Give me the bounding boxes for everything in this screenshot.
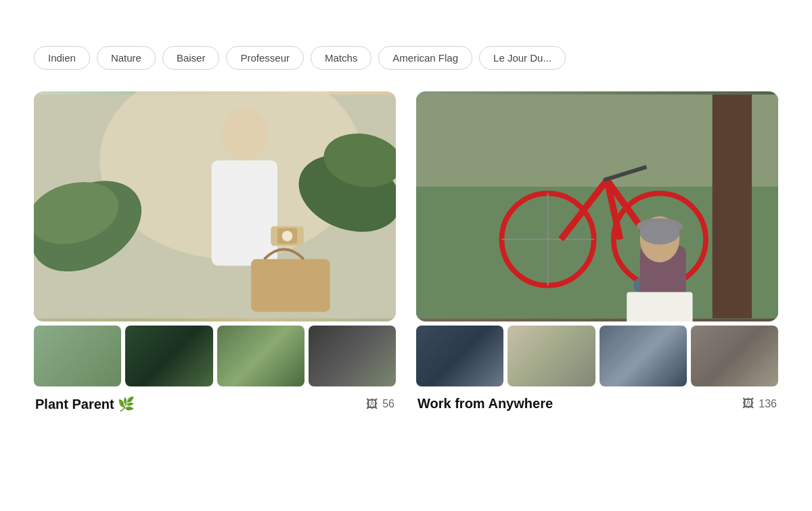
collection-name-plant-parent: Plant Parent 🌿 xyxy=(35,396,135,412)
tag-american-flag[interactable]: American Flag xyxy=(378,46,472,70)
thumbnail-plant-parent-2 xyxy=(125,326,212,386)
tag-nature[interactable]: Nature xyxy=(97,46,156,70)
svg-rect-14 xyxy=(713,95,752,319)
svg-rect-11 xyxy=(251,259,330,312)
tag-indien[interactable]: Indien xyxy=(34,46,90,70)
thumbnail-work-from-anywhere-3 xyxy=(600,326,687,386)
thumbnails-row-plant-parent xyxy=(34,326,396,386)
tag-professeur[interactable]: Professeur xyxy=(226,46,304,70)
thumbnail-plant-parent-1 xyxy=(34,326,121,386)
svg-point-6 xyxy=(221,108,267,160)
collection-main-image-plant-parent xyxy=(34,91,396,321)
thumbnails-row-work-from-anywhere xyxy=(416,326,778,386)
svg-rect-7 xyxy=(212,160,277,266)
thumbnail-plant-parent-4 xyxy=(309,326,396,386)
tag-matchs[interactable]: Matchs xyxy=(311,46,371,70)
collection-name-work-from-anywhere: Work from Anywhere xyxy=(418,396,553,412)
collections-grid: Plant Parent 🌿🖼 56 xyxy=(34,91,778,412)
svg-rect-28 xyxy=(627,292,692,321)
thumbnail-work-from-anywhere-1 xyxy=(416,326,503,386)
thumbnail-work-from-anywhere-2 xyxy=(508,326,595,386)
thumbnail-plant-parent-3 xyxy=(217,326,304,386)
collection-card-work-from-anywhere[interactable]: Work from Anywhere🖼 136 xyxy=(416,91,778,412)
collection-main-image-work-from-anywhere xyxy=(416,91,778,321)
image-icon: 🖼 xyxy=(742,397,754,411)
thumbnail-work-from-anywhere-4 xyxy=(691,326,778,386)
collection-card-plant-parent[interactable]: Plant Parent 🌿🖼 56 xyxy=(34,91,396,412)
tag-baiser[interactable]: Baiser xyxy=(162,46,220,70)
svg-point-27 xyxy=(640,221,679,244)
collection-count-plant-parent: 🖼 56 xyxy=(366,397,394,412)
tag-le-jour-du[interactable]: Le Jour Du... xyxy=(479,46,566,70)
collection-count-work-from-anywhere: 🖼 136 xyxy=(742,397,777,411)
svg-point-10 xyxy=(282,231,293,242)
image-icon: 🖼 xyxy=(366,397,378,412)
tags-row: IndienNatureBaiserProfesseurMatchsAmeric… xyxy=(34,46,778,70)
